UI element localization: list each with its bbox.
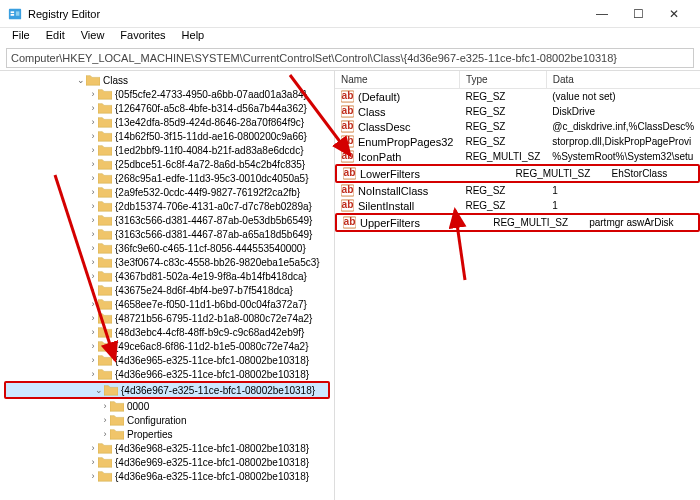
expand-chevron-icon[interactable]: ⌄: [94, 385, 104, 395]
svg-text:ab: ab: [344, 216, 356, 227]
svg-rect-2: [11, 14, 15, 16]
value-data: DiskDrive: [546, 104, 700, 119]
tree-item-label: {48721b56-6795-11d2-b1a8-0080c72e74a2}: [115, 313, 312, 324]
value-row[interactable]: abEnumPropPages32REG_SZstorprop.dll,Disk…: [335, 134, 700, 149]
folder-icon: [98, 172, 112, 184]
tree-item[interactable]: ›{05f5cfe2-4733-4950-a6bb-07aad01a3a84}: [0, 87, 334, 101]
expand-chevron-icon[interactable]: ›: [88, 103, 98, 113]
tree-item[interactable]: ›{49ce6ac8-6f86-11d2-b1e5-0080c72e74a2}: [0, 339, 334, 353]
value-name: (Default): [358, 91, 400, 103]
expand-chevron-icon[interactable]: ›: [88, 271, 98, 281]
expand-chevron-icon[interactable]: ›: [88, 131, 98, 141]
tree-item[interactable]: ›{2a9fe532-0cdc-44f9-9827-76192f2ca2fb}: [0, 185, 334, 199]
expand-chevron-icon[interactable]: ›: [88, 457, 98, 467]
menu-file[interactable]: File: [4, 28, 38, 46]
expand-chevron-icon[interactable]: ›: [88, 89, 98, 99]
regedit-icon: [8, 7, 22, 21]
col-name[interactable]: Name: [335, 71, 459, 89]
value-type: REG_SZ: [459, 198, 546, 213]
value-row[interactable]: abClassREG_SZDiskDrive: [335, 104, 700, 119]
menu-view[interactable]: View: [73, 28, 113, 46]
tree-item-child[interactable]: ›Properties: [0, 427, 334, 441]
value-row-highlighted[interactable]: abLowerFiltersREG_MULTI_SZEhStorClass: [337, 166, 698, 181]
expand-chevron-icon[interactable]: ›: [88, 471, 98, 481]
expand-chevron-icon[interactable]: ›: [88, 327, 98, 337]
minimize-button[interactable]: —: [584, 0, 620, 28]
expand-chevron-icon[interactable]: ›: [88, 243, 98, 253]
tree-item-selected[interactable]: ⌄{4d36e967-e325-11ce-bfc1-08002be10318}: [6, 383, 328, 397]
window-controls: — ☐ ✕: [584, 0, 692, 28]
expand-chevron-icon[interactable]: ›: [88, 117, 98, 127]
value-data: 1: [546, 198, 700, 213]
tree-item[interactable]: ›{2db15374-706e-4131-a0c7-d7c78eb0289a}: [0, 199, 334, 213]
tree-item[interactable]: ›{13e42dfa-85d9-424d-8646-28a70f864f9c}: [0, 115, 334, 129]
tree-item[interactable]: ›{4d36e966-e325-11ce-bfc1-08002be10318}: [0, 367, 334, 381]
tree-item-label: {36fc9e60-c465-11cf-8056-444553540000}: [115, 243, 306, 254]
tree-item-child[interactable]: ›0000: [0, 399, 334, 413]
tree-pane[interactable]: ⌄Class›{05f5cfe2-4733-4950-a6bb-07aad01a…: [0, 71, 335, 500]
tree-item[interactable]: ›{4d36e965-e325-11ce-bfc1-08002be10318}: [0, 353, 334, 367]
tree-item-label: 0000: [127, 401, 149, 412]
values-pane[interactable]: Name Type Data ab(Default)REG_SZ(value n…: [335, 71, 700, 500]
tree-item[interactable]: ›{48721b56-6795-11d2-b1a8-0080c72e74a2}: [0, 311, 334, 325]
tree-item[interactable]: ›{3163c566-d381-4467-87ab-0e53db5b6549}: [0, 213, 334, 227]
value-row[interactable]: ab(Default)REG_SZ(value not set): [335, 89, 700, 105]
menu-favorites[interactable]: Favorites: [112, 28, 173, 46]
tree-item[interactable]: ›{4d36e96a-e325-11ce-bfc1-08002be10318}: [0, 469, 334, 483]
expand-chevron-icon[interactable]: ⌄: [76, 75, 86, 85]
expand-chevron-icon[interactable]: ›: [88, 369, 98, 379]
address-bar[interactable]: Computer\HKEY_LOCAL_MACHINE\SYSTEM\Curre…: [6, 48, 694, 68]
value-row[interactable]: abClassDescREG_SZ@c_diskdrive.inf,%Class…: [335, 119, 700, 134]
value-type: REG_SZ: [459, 134, 546, 149]
menu-help[interactable]: Help: [174, 28, 213, 46]
expand-chevron-icon[interactable]: ›: [88, 201, 98, 211]
value-row[interactable]: abSilentInstallREG_SZ1: [335, 198, 700, 213]
expand-chevron-icon[interactable]: ›: [88, 313, 98, 323]
tree-item[interactable]: ›{14b62f50-3f15-11dd-ae16-0800200c9a66}: [0, 129, 334, 143]
expand-chevron-icon[interactable]: ›: [88, 285, 98, 295]
tree-item[interactable]: ›{268c95a1-edfe-11d3-95c3-0010dc4050a5}: [0, 171, 334, 185]
expand-chevron-icon[interactable]: ›: [88, 145, 98, 155]
tree-item[interactable]: ›{4658ee7e-f050-11d1-b6bd-00c04fa372a7}: [0, 297, 334, 311]
tree-item[interactable]: ›{48d3ebc4-4cf8-48ff-b9c9-c9c68ad42eb9f}: [0, 325, 334, 339]
tree-item[interactable]: ›{3163c566-d381-4467-87ab-a65a18d5b649}: [0, 227, 334, 241]
tree-item[interactable]: ›{4d36e969-e325-11ce-bfc1-08002be10318}: [0, 455, 334, 469]
tree-item[interactable]: ›{1ed2bbf9-11f0-4084-b21f-ad83a8e6dcdc}: [0, 143, 334, 157]
expand-chevron-icon[interactable]: ›: [88, 443, 98, 453]
expand-chevron-icon[interactable]: ›: [88, 341, 98, 351]
expand-chevron-icon[interactable]: ›: [88, 299, 98, 309]
value-type: REG_SZ: [459, 183, 546, 198]
expand-chevron-icon[interactable]: ›: [88, 257, 98, 267]
tree-item[interactable]: ›{36fc9e60-c465-11cf-8056-444553540000}: [0, 241, 334, 255]
expand-chevron-icon[interactable]: ›: [88, 229, 98, 239]
value-row-highlighted[interactable]: abUpperFiltersREG_MULTI_SZpartmgr aswArD…: [337, 215, 698, 230]
tree-item-label: {13e42dfa-85d9-424d-8646-28a70f864f9c}: [115, 117, 304, 128]
expand-chevron-icon[interactable]: ›: [100, 415, 110, 425]
tree-item-class[interactable]: ⌄Class: [0, 73, 334, 87]
tree-item[interactable]: ›{4367bd81-502a-4e19-9f8a-4b14fb418dca}: [0, 269, 334, 283]
expand-chevron-icon[interactable]: ›: [88, 355, 98, 365]
folder-icon: [98, 88, 112, 100]
expand-chevron-icon[interactable]: ›: [100, 429, 110, 439]
tree-item-child[interactable]: ›Configuration: [0, 413, 334, 427]
tree-item[interactable]: ›{25dbce51-6c8f-4a72-8a6d-b54c2b4fc835}: [0, 157, 334, 171]
col-type[interactable]: Type: [459, 71, 546, 89]
maximize-button[interactable]: ☐: [620, 0, 656, 28]
expand-chevron-icon[interactable]: ›: [88, 215, 98, 225]
tree-item[interactable]: ›{3e3f0674-c83c-4558-bb26-9820eba1e5a5c3…: [0, 255, 334, 269]
expand-chevron-icon[interactable]: ›: [88, 159, 98, 169]
titlebar: Registry Editor — ☐ ✕: [0, 0, 700, 28]
tree-item[interactable]: ›{43675e24-8d6f-4bf4-be97-b7f5418dca}: [0, 283, 334, 297]
tree-item[interactable]: ›{1264760f-a5c8-4bfe-b314-d56a7b44a362}: [0, 101, 334, 115]
expand-chevron-icon[interactable]: ›: [88, 187, 98, 197]
value-row[interactable]: abNoInstallClassREG_SZ1: [335, 183, 700, 198]
folder-icon: [98, 144, 112, 156]
menu-edit[interactable]: Edit: [38, 28, 73, 46]
tree-item[interactable]: ›{4d36e968-e325-11ce-bfc1-08002be10318}: [0, 441, 334, 455]
folder-icon: [98, 158, 112, 170]
expand-chevron-icon[interactable]: ›: [88, 173, 98, 183]
value-row[interactable]: abIconPathREG_MULTI_SZ%SystemRoot%\Syste…: [335, 149, 700, 164]
col-data[interactable]: Data: [546, 71, 700, 89]
close-button[interactable]: ✕: [656, 0, 692, 28]
expand-chevron-icon[interactable]: ›: [100, 401, 110, 411]
